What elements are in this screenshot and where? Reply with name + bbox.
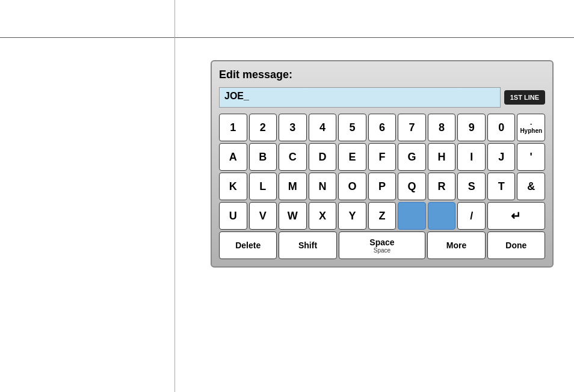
- line-badge: 1ST LINE: [504, 90, 545, 105]
- delete-button[interactable]: Delete: [219, 231, 277, 259]
- key-U[interactable]: U: [219, 202, 247, 230]
- action-row: Delete Shift Space Space More Done: [219, 231, 545, 259]
- key-row-1: 1 2 3 4 5 6 7 8 9 0 -Hyphen: [219, 114, 545, 141]
- key-4[interactable]: 4: [309, 114, 337, 141]
- dialog-title: Edit message:: [219, 69, 545, 81]
- key-enter[interactable]: ↵: [487, 202, 545, 230]
- done-button[interactable]: Done: [487, 231, 545, 259]
- key-A[interactable]: A: [219, 143, 247, 171]
- key-hyphen[interactable]: -Hyphen: [517, 114, 545, 141]
- key-Q[interactable]: Q: [398, 173, 426, 200]
- space-button[interactable]: Space Space: [339, 231, 426, 259]
- key-O[interactable]: O: [338, 173, 366, 200]
- key-3[interactable]: 3: [279, 114, 307, 141]
- key-N[interactable]: N: [309, 173, 337, 200]
- key-D[interactable]: D: [309, 143, 337, 171]
- key-row-3: K L M N O P Q R S T &: [219, 173, 545, 200]
- key-0[interactable]: 0: [487, 114, 516, 141]
- key-9[interactable]: 9: [457, 114, 486, 141]
- key-Z[interactable]: Z: [368, 202, 397, 230]
- key-G[interactable]: G: [398, 143, 426, 171]
- key-C[interactable]: C: [279, 143, 307, 171]
- key-F[interactable]: F: [368, 143, 397, 171]
- key-row-4: U V W X Y Z / ↵: [219, 202, 545, 230]
- key-E[interactable]: E: [338, 143, 366, 171]
- key-S[interactable]: S: [457, 173, 486, 200]
- key-8[interactable]: 8: [428, 114, 456, 141]
- key-I[interactable]: I: [457, 143, 486, 171]
- vertical-divider: [174, 0, 175, 392]
- key-ampersand[interactable]: &: [517, 173, 545, 200]
- keyboard-dialog: Edit message: JOE_ 1ST LINE 1 2 3 4 5 6 …: [211, 60, 554, 268]
- input-row: JOE_ 1ST LINE: [219, 87, 545, 108]
- key-X[interactable]: X: [309, 202, 337, 230]
- key-M[interactable]: M: [279, 173, 307, 200]
- message-input[interactable]: JOE_: [219, 87, 501, 108]
- key-T[interactable]: T: [487, 173, 516, 200]
- key-P[interactable]: P: [368, 173, 397, 200]
- key-B[interactable]: B: [249, 143, 277, 171]
- key-row-2: A B C D E F G H I J ': [219, 143, 545, 171]
- key-blue-1[interactable]: [398, 202, 426, 230]
- key-2[interactable]: 2: [249, 114, 277, 141]
- key-H[interactable]: H: [428, 143, 456, 171]
- key-7[interactable]: 7: [398, 114, 426, 141]
- key-1[interactable]: 1: [219, 114, 247, 141]
- key-slash[interactable]: /: [457, 202, 486, 230]
- key-R[interactable]: R: [428, 173, 456, 200]
- key-L[interactable]: L: [249, 173, 277, 200]
- key-V[interactable]: V: [249, 202, 277, 230]
- shift-button[interactable]: Shift: [279, 231, 336, 259]
- key-Y[interactable]: Y: [338, 202, 366, 230]
- top-divider: [0, 37, 574, 38]
- key-J[interactable]: J: [487, 143, 516, 171]
- key-W[interactable]: W: [279, 202, 307, 230]
- key-6[interactable]: 6: [368, 114, 397, 141]
- key-blue-2[interactable]: [428, 202, 456, 230]
- more-button[interactable]: More: [427, 231, 485, 259]
- key-K[interactable]: K: [219, 173, 247, 200]
- key-apostrophe[interactable]: ': [517, 143, 545, 171]
- key-5[interactable]: 5: [338, 114, 366, 141]
